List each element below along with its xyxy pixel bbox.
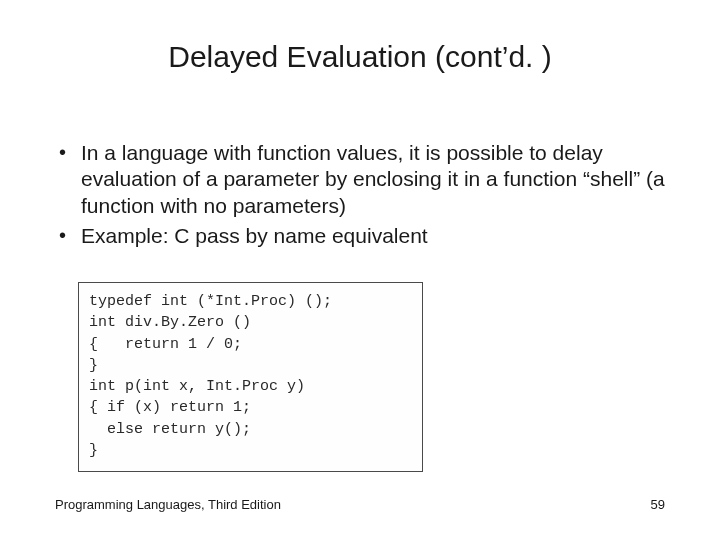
code-snippet: typedef int (*Int.Proc) (); int div.By.Z… [78,282,423,472]
slide-body: In a language with function values, it i… [55,140,665,253]
bullet-item: In a language with function values, it i… [55,140,665,219]
slide: Delayed Evaluation (cont’d. ) In a langu… [0,0,720,540]
bullet-item: Example: C pass by name equivalent [55,223,665,249]
page-number: 59 [651,497,665,512]
bullet-list: In a language with function values, it i… [55,140,665,249]
footer-text: Programming Languages, Third Edition [55,497,281,512]
slide-title: Delayed Evaluation (cont’d. ) [0,40,720,74]
